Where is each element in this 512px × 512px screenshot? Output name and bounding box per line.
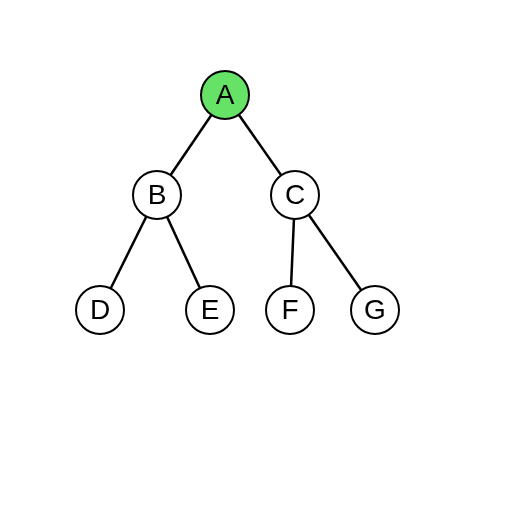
tree-edges (0, 0, 512, 512)
node-label: B (148, 179, 167, 211)
node-D: D (75, 285, 125, 335)
node-label: G (364, 294, 386, 326)
node-G: G (350, 285, 400, 335)
node-label: E (201, 294, 220, 326)
node-C: C (270, 170, 320, 220)
node-label: D (90, 294, 110, 326)
node-label: F (281, 294, 298, 326)
node-F: F (265, 285, 315, 335)
node-label: A (216, 79, 235, 111)
node-E: E (185, 285, 235, 335)
node-label: C (285, 179, 305, 211)
node-A: A (200, 70, 250, 120)
node-B: B (132, 170, 182, 220)
